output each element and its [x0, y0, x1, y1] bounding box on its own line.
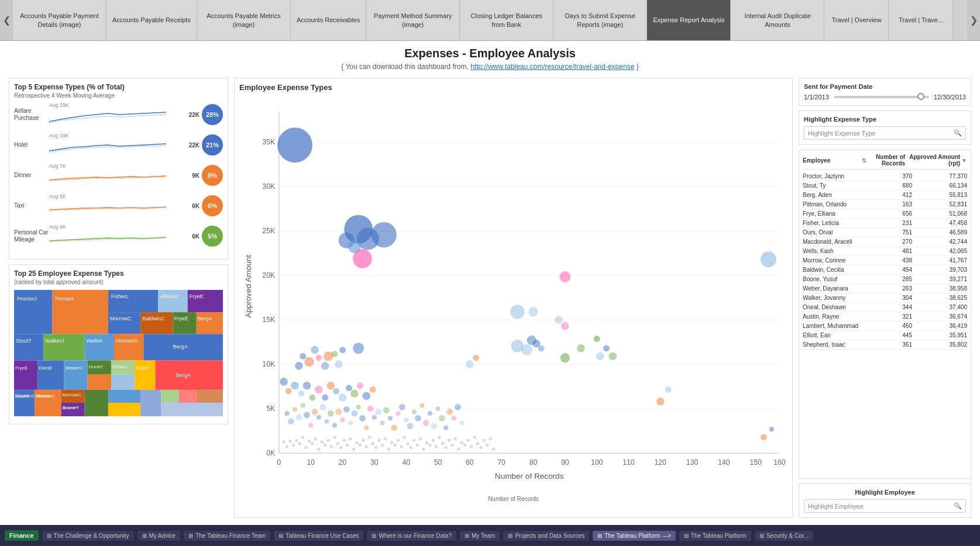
svg-point-145: [364, 426, 369, 430]
tab-ap-receipts[interactable]: Accounts Payable Receipts: [106, 0, 197, 40]
bottom-tab-projects[interactable]: ⊞ Projects and Data Sources: [503, 531, 589, 541]
svg-point-130: [304, 412, 310, 418]
table-row[interactable]: Shepherd, Isaac36135,802: [803, 340, 967, 350]
svg-point-139: [340, 417, 345, 422]
svg-point-221: [346, 444, 349, 447]
bottom-tab-challenge[interactable]: ⊞ The Challenge & Opportunity: [42, 531, 134, 541]
svg-point-164: [439, 415, 445, 421]
grid-icon-1: ⊞: [47, 533, 51, 539]
svg-point-160: [423, 420, 429, 426]
svg-point-226: [362, 439, 365, 442]
table-row[interactable]: Fisher, Leticia23147,458: [803, 219, 967, 228]
svg-point-124: [339, 347, 346, 353]
tab-travel-travel[interactable]: Travel | Trave...: [889, 0, 953, 40]
svg-point-237: [397, 439, 400, 442]
grid-icon-9: ⊞: [684, 533, 689, 539]
tab-internal-audit[interactable]: Internal Audit Duplicate Amounts: [731, 0, 824, 40]
bottom-tab-my-team[interactable]: ⊞ My Team: [460, 531, 500, 541]
table-row[interactable]: Boone, Yusuf28539,271: [803, 275, 967, 284]
table-row[interactable]: Stout, Ty68066,134: [803, 181, 967, 191]
bottom-tab-platform[interactable]: ⊞ The Tableau Platform: [679, 531, 751, 541]
table-row[interactable]: Baldwin, Cecilia45439,703: [803, 265, 967, 275]
table-row[interactable]: Walker, Jovanny30438,625: [803, 293, 967, 303]
svg-point-150: [383, 407, 390, 413]
svg-point-175: [310, 395, 316, 401]
nav-next-button[interactable]: ❯: [967, 0, 980, 40]
scatter-title: Employee Expense Types: [239, 83, 788, 92]
tab-ap-details[interactable]: Accounts Payable Payment Details (image): [13, 0, 106, 40]
table-row[interactable]: Lambert, Muhammad45036,419: [803, 322, 967, 331]
svg-text:FisherL: FisherL: [111, 293, 129, 299]
table-row[interactable]: Weber, Dayanara26338,958: [803, 284, 967, 293]
svg-point-232: [381, 444, 384, 447]
svg-point-103: [371, 222, 396, 247]
svg-text:WellsK: WellsK: [87, 338, 103, 344]
table-row[interactable]: Elliott, Ean44535,951: [803, 331, 967, 340]
bottom-tab-platform-arrow[interactable]: ⊞ The Tableau Platform --->: [593, 531, 675, 541]
svg-text:150: 150: [749, 458, 762, 466]
svg-text:ProctorJ: ProctorJ: [17, 296, 37, 302]
top25-chart[interactable]: Top 25 Employee Expense Types (ranked by…: [9, 264, 228, 424]
svg-point-99: [277, 127, 312, 163]
tab-ar[interactable]: Accounts Receivables: [291, 0, 366, 40]
subtitle-link[interactable]: http://www.tableau.com/resource/travel-a…: [470, 63, 634, 71]
bottom-tab-finance-use-cases[interactable]: ⊞ Tableau Finance Use Cases: [274, 531, 363, 541]
bottom-tab-security[interactable]: ⊞ Security & Cor...: [755, 531, 813, 541]
svg-point-185: [370, 386, 376, 393]
svg-point-227: [365, 445, 368, 448]
svg-text:70: 70: [497, 458, 506, 466]
svg-text:MorrowC: MorrowC: [62, 392, 81, 398]
svg-point-223: [352, 448, 355, 451]
filter-icon[interactable]: ⇅: [862, 157, 866, 164]
svg-text:0K: 0K: [266, 449, 276, 457]
svg-point-148: [375, 409, 381, 415]
bottom-tab-finance-team[interactable]: ⊞ The Tableau Finance Team: [184, 531, 270, 541]
employee-table-scroll[interactable]: Proctor, Jazlynn37077,370 Stout, Ty68066…: [803, 172, 967, 350]
table-row[interactable]: Berg, Aden41255,813: [803, 191, 967, 200]
svg-point-171: [286, 388, 292, 395]
svg-point-109: [528, 307, 538, 316]
svg-text:AllisonJ: AllisonJ: [160, 293, 178, 299]
highlight-expense-input[interactable]: Highlight Expense Type 🔍: [804, 126, 966, 140]
bottom-tab-advice[interactable]: ⊞ My Advice: [137, 531, 181, 541]
bottom-tab-finance-data[interactable]: ⊞ Where is our Finance Data?: [367, 531, 456, 541]
search-icon-2: 🔍: [954, 502, 962, 510]
highlight-employee-input[interactable]: Highlight Employee 🔍: [804, 499, 966, 513]
table-row[interactable]: Ours, Orval75146,589: [803, 228, 967, 237]
svg-rect-38: [88, 375, 111, 390]
svg-point-220: [343, 439, 346, 442]
tab-days-submit[interactable]: Days to Submit Expense Reports (image): [553, 0, 647, 40]
table-row[interactable]: Pittman, Orlando16352,831: [803, 200, 967, 209]
tab-payment-summary[interactable]: Payment Method Summary (image): [366, 0, 460, 40]
tab-closing-ledger[interactable]: Closing Ledger Balances from Bank: [460, 0, 553, 40]
svg-point-158: [415, 415, 421, 421]
table-row[interactable]: Macdonald, Araceli27042,744: [803, 237, 967, 247]
svg-point-257: [460, 441, 463, 444]
tab-ap-metrics[interactable]: Accounts Payable Metrics (image): [197, 0, 291, 40]
highlight-employee-placeholder: Highlight Employee: [808, 503, 864, 510]
svg-point-262: [476, 442, 479, 445]
table-row[interactable]: Proctor, Jazlynn37077,370: [803, 172, 967, 181]
tab-travel-overview[interactable]: Travel | Overview: [824, 0, 889, 40]
scroll-down-icon: ▼: [961, 157, 967, 164]
table-row[interactable]: Austin, Rayne32136,674: [803, 312, 967, 322]
table-row[interactable]: Oneal, Deshawn34437,400: [803, 303, 967, 312]
sparkline-row-dinner: Dinner Avg 7K 9K 8%: [14, 163, 223, 188]
table-row[interactable]: Morrow, Corinne43841,767: [803, 256, 967, 265]
svg-point-120: [321, 362, 329, 370]
svg-rect-53: [108, 390, 140, 403]
table-row[interactable]: Frye, Elliana65651,068: [803, 209, 967, 219]
table-row[interactable]: Wells, Kash48142,065: [803, 247, 967, 256]
svg-point-117: [304, 357, 314, 367]
svg-point-255: [454, 437, 457, 440]
svg-text:FisherL: FisherL: [112, 364, 128, 369]
bottom-home-tab[interactable]: Finance: [5, 530, 39, 541]
svg-point-131: [308, 423, 313, 427]
tab-expense-report[interactable]: Expense Report Analysis: [647, 0, 731, 40]
highlight-expense-placeholder: Highlight Expense Type: [808, 130, 875, 137]
svg-point-225: [359, 444, 362, 447]
range-slider[interactable]: [834, 96, 929, 98]
nav-prev-button[interactable]: ❮: [0, 0, 13, 40]
svg-point-169: [459, 420, 464, 425]
svg-point-216: [330, 445, 333, 448]
